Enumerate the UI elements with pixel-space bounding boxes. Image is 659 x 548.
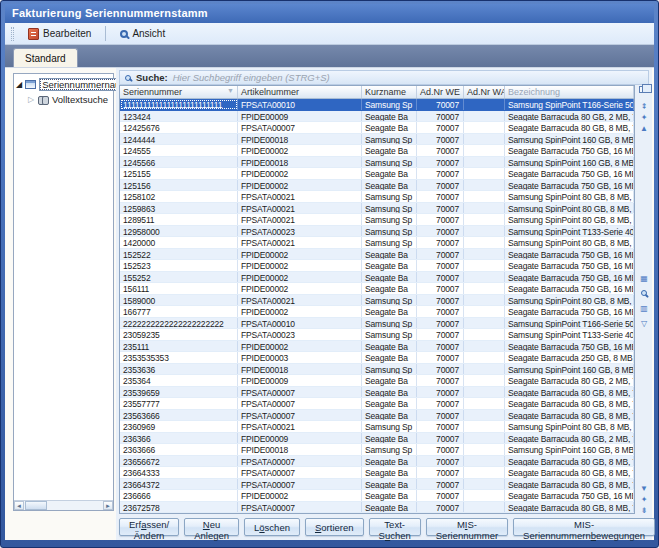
scroll-bottom-icon[interactable]: ⇟: [637, 505, 651, 516]
table-row[interactable]: 152523FPIDE00002Seagate Ba70007Seagate B…: [120, 260, 634, 272]
action-neu-anlegen[interactable]: Neu Anlegen: [184, 518, 239, 536]
table-row[interactable]: 166777FPIDE00002Seagate Ba70007Seagate B…: [120, 306, 634, 318]
column-header-ad-nr-wa[interactable]: Ad.Nr WA: [464, 86, 505, 98]
column-header-seriennummer[interactable]: Seriennummer▼: [120, 86, 238, 98]
column-header-bezeichnung[interactable]: Bezeichnung: [505, 86, 634, 98]
cell-ad-nr-wa: [464, 329, 505, 340]
table-row[interactable]: 125156FPIDE00002Seagate Ba70007Seagate B…: [120, 180, 634, 192]
row-navigator-icon[interactable]: ✦: [637, 494, 651, 505]
cell-kurzname: Seagate Ba: [362, 375, 417, 386]
table-row[interactable]: 23539659FPSATA00007Seagate Ba70007Seagat…: [120, 387, 634, 399]
action-mis-seriennummernbewegungen[interactable]: MIS-Seriennummernbewegungen: [513, 518, 655, 536]
table-row[interactable]: 1589000FPSATA00021Samsung Sp70007Samsung…: [120, 295, 634, 307]
cell-artikelnummer: FPIDE00009: [238, 433, 362, 444]
table-row[interactable]: 12958000FPSATA00023Samsung Sp70007Samsun…: [120, 226, 634, 238]
tab-standard[interactable]: Standard: [13, 48, 78, 67]
cell-kurzname: Seagate Ba: [362, 122, 417, 133]
table-row[interactable]: 236366FPIDE00009Seagate Ba70007Seagate B…: [120, 433, 634, 445]
scroll-top-icon[interactable]: ⇞: [637, 101, 651, 112]
cell-artikelnummer: FPIDE00003: [238, 352, 362, 363]
cell-artikelnummer: FPSATA00021: [238, 214, 362, 225]
table-row[interactable]: 23563666FPSATA00007Seagate Ba70007Seagat…: [120, 410, 634, 422]
cell-ad-nr-wa: [464, 479, 505, 490]
mis-icon[interactable]: ▥: [637, 303, 651, 314]
table-row[interactable]: 124555FPIDE00002Seagate Ba70007Seagate B…: [120, 145, 634, 157]
table-row[interactable]: 23656672FPSATA00007Seagate Ba70007Seagat…: [120, 456, 634, 468]
column-header-artikelnummer[interactable]: Artikelnummer: [238, 86, 362, 98]
expander-open-icon[interactable]: ◢: [16, 80, 22, 89]
table-row[interactable]: 12425676FPSATA00007Seagate Ba70007Seagat…: [120, 122, 634, 134]
tree-item-volltextsuche[interactable]: ▷ Volltextsuche: [16, 92, 111, 107]
filter-icon[interactable]: ▽: [637, 318, 651, 329]
table-row[interactable]: 2353636FPIDE00018Samsung Sp70007Samsung …: [120, 364, 634, 376]
table-row[interactable]: 125155FPIDE00002Seagate Ba70007Seagate B…: [120, 168, 634, 180]
cell-artikelnummer: FPIDE00018: [238, 444, 362, 455]
table-row[interactable]: 155252FPIDE00002Seagate Ba70007Seagate B…: [120, 272, 634, 284]
table-row[interactable]: 156111FPIDE00002Seagate Ba70007Seagate B…: [120, 283, 634, 295]
table-row[interactable]: 23664333FPSATA00007Seagate Ba70007Seagat…: [120, 467, 634, 479]
cell-ad-nr-wa: [464, 295, 505, 306]
action-sortieren[interactable]: Sortieren: [305, 518, 364, 536]
cell-seriennummer: 156111: [120, 283, 238, 294]
cell-seriennummer: 23557777: [120, 398, 238, 409]
action-mis-seriennummer[interactable]: MIS-Seriennummer: [426, 518, 508, 536]
table-row[interactable]: 152522FPIDE00002Seagate Ba70007Seagate B…: [120, 249, 634, 261]
cell-artikelnummer: FPIDE00002: [238, 168, 362, 179]
scrollbar-track[interactable]: [47, 501, 103, 510]
table-row[interactable]: 2363666FPIDE00018Samsung Sp70007Samsung …: [120, 444, 634, 456]
table-row[interactable]: 1245566FPIDE00018Samsung Sp70007Samsung …: [120, 157, 634, 169]
scrollbar-thumb[interactable]: [25, 501, 47, 510]
cell-seriennummer: 235364: [120, 375, 238, 386]
scroll-left-icon[interactable]: ◄: [14, 501, 24, 510]
cell-kurzname: Seagate Ba: [362, 352, 417, 363]
cell-ad-nr-wa: [464, 122, 505, 133]
table-row[interactable]: 1111111111111111111111111FPSATA00010Sams…: [120, 99, 634, 111]
cell-seriennummer: 166777: [120, 306, 238, 317]
action-text-suchen[interactable]: Text-Suchen: [369, 518, 421, 536]
table-row[interactable]: 23664372FPSATA00007Seagate Ba70007Seagat…: [120, 479, 634, 491]
table-row[interactable]: 1289511FPSATA00021Samsung Sp70007Samsung…: [120, 214, 634, 226]
ansicht-button[interactable]: Ansicht: [113, 25, 172, 42]
table-view-icon[interactable]: ▦: [637, 273, 651, 284]
cell-seriennummer: 1289511: [120, 214, 238, 225]
table-row[interactable]: 1244444FPIDE00018Samsung Sp70007Samsung …: [120, 134, 634, 146]
expander-closed-icon[interactable]: ▷: [27, 95, 35, 104]
table-row[interactable]: 1258102FPSATA00021Samsung Sp70007Samsung…: [120, 191, 634, 203]
search-bar[interactable]: Suche: Hier Suchbegriff eingeben (STRG+S…: [119, 70, 649, 85]
bearbeiten-button[interactable]: Bearbeiten: [21, 25, 98, 43]
cell-kurzname: Samsung Sp: [362, 226, 417, 237]
cell-artikelnummer: FPSATA00007: [238, 398, 362, 409]
cell-ad-nr-we: 70007: [417, 456, 464, 467]
action-erfassen-ndern[interactable]: Erfassen/Ändern: [119, 518, 179, 536]
table-row[interactable]: 1420000FPSATA00021Samsung Sp70007Samsung…: [120, 237, 634, 249]
table-row[interactable]: 2360969FPSATA00021Samsung Sp70007Samsung…: [120, 421, 634, 433]
cell-kurzname: Samsung Sp: [362, 364, 417, 375]
scroll-right-icon[interactable]: ►: [103, 501, 113, 510]
scroll-down-icon[interactable]: ▼: [637, 483, 651, 494]
cell-bezeichnung: Samsung SpinPoint T166-Serie 500 GB, 72: [505, 99, 634, 110]
tree-horizontal-scrollbar[interactable]: ◄ ►: [14, 500, 113, 510]
table-row[interactable]: 236666FPIDE00002Seagate Ba70007Seagate B…: [120, 490, 634, 502]
select-columns-icon[interactable]: [639, 86, 647, 93]
search-icon[interactable]: [637, 288, 651, 299]
row-navigator-icon[interactable]: ✦: [637, 112, 651, 123]
cell-ad-nr-we: 70007: [417, 352, 464, 363]
table-row[interactable]: 2353535353FPIDE00003Seagate Ba70007Seaga…: [120, 352, 634, 364]
cell-ad-nr-we: 70007: [417, 479, 464, 490]
table-row[interactable]: 235111FPIDE00002Seagate Ba70007Seagate B…: [120, 341, 634, 353]
cell-bezeichnung: Seagate Barracuda 750 GB, 16 MB, 7200: [505, 283, 634, 294]
table-row[interactable]: 23059235FPSATA00023Samsung Sp70007Samsun…: [120, 329, 634, 341]
scroll-up-icon[interactable]: ▲: [637, 123, 651, 134]
search-input[interactable]: Hier Suchbegriff eingeben (STRG+S): [173, 72, 330, 83]
table-row[interactable]: 23557777FPSATA00007Seagate Ba70007Seagat…: [120, 398, 634, 410]
table-row[interactable]: 123424FPIDE00009Seagate Ba70007Seagate B…: [120, 111, 634, 123]
column-header-kurzname[interactable]: Kurzname: [362, 86, 417, 98]
tree-item-seriennummernauswahl[interactable]: ◢ Seriennummernauswahl: [16, 77, 111, 92]
table-row[interactable]: 235364FPIDE00009Seagate Ba70007Seagate B…: [120, 375, 634, 387]
table-row[interactable]: 2222222222222222222222FPSATA00010Samsung…: [120, 318, 634, 330]
table-row[interactable]: 23672578FPSATA00007Seagate Ba70007Seagat…: [120, 502, 634, 514]
cell-bezeichnung: Seagate Barracuda 750 GB, 16 MB, 7200: [505, 272, 634, 283]
table-row[interactable]: 1259863FPSATA00021Samsung Sp70007Samsung…: [120, 203, 634, 215]
column-header-ad-nr-we[interactable]: Ad.Nr WE: [417, 86, 464, 98]
action-l-schen[interactable]: Löschen: [244, 518, 300, 536]
